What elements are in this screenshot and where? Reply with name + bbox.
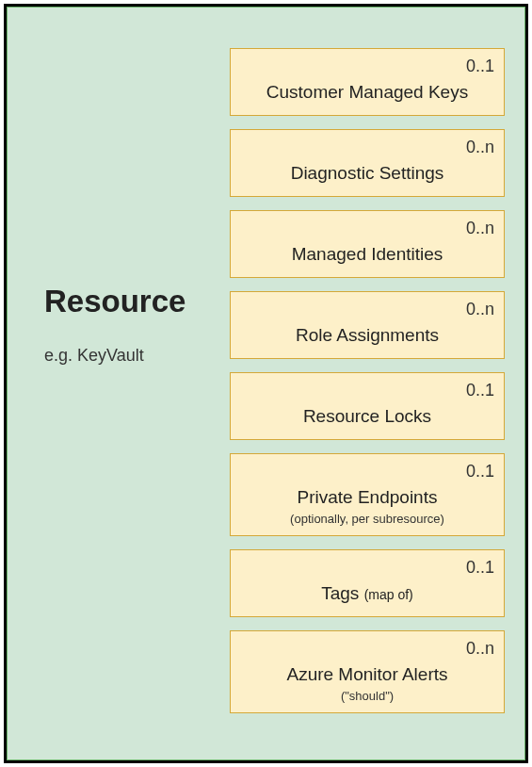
- box-label-text: Tags: [321, 583, 363, 603]
- box-label: Azure Monitor Alerts: [240, 664, 494, 685]
- box-diagnostic-settings: 0..n Diagnostic Settings: [230, 129, 505, 197]
- box-label: Customer Managed Keys: [240, 82, 494, 103]
- cardinality: 0..n: [240, 639, 494, 659]
- cardinality: 0..n: [240, 300, 494, 319]
- box-private-endpoints: 0..1 Private Endpoints (optionally, per …: [230, 453, 505, 536]
- box-resource-locks: 0..1 Resource Locks: [230, 372, 505, 440]
- box-managed-identities: 0..n Managed Identities: [230, 210, 505, 278]
- right-panel: 0..1 Customer Managed Keys 0..n Diagnost…: [230, 48, 505, 719]
- cardinality: 0..n: [240, 138, 494, 157]
- box-label: Managed Identities: [240, 244, 494, 265]
- box-sublabel: ("should"): [240, 689, 494, 703]
- box-label: Diagnostic Settings: [240, 163, 494, 184]
- box-customer-managed-keys: 0..1 Customer Managed Keys: [230, 48, 505, 116]
- box-label: Resource Locks: [240, 406, 494, 427]
- cardinality: 0..n: [240, 219, 494, 238]
- diagram-container: Resource e.g. KeyVault 0..1 Customer Man…: [4, 4, 528, 763]
- box-label: Tags (map of): [240, 583, 494, 604]
- cardinality: 0..1: [240, 381, 494, 400]
- box-label: Role Assignments: [240, 325, 494, 346]
- box-inline-sub: (map of): [364, 587, 413, 602]
- resource-title: Resource: [44, 284, 230, 319]
- box-sublabel: (optionally, per subresource): [240, 512, 494, 526]
- box-tags: 0..1 Tags (map of): [230, 549, 505, 617]
- cardinality: 0..1: [240, 462, 494, 481]
- box-role-assignments: 0..n Role Assignments: [230, 291, 505, 359]
- box-label: Private Endpoints: [240, 487, 494, 508]
- box-azure-monitor-alerts: 0..n Azure Monitor Alerts ("should"): [230, 630, 505, 713]
- cardinality: 0..1: [240, 57, 494, 76]
- resource-subtitle: e.g. KeyVault: [44, 346, 230, 366]
- cardinality: 0..1: [240, 558, 494, 578]
- left-panel: Resource e.g. KeyVault: [27, 48, 230, 719]
